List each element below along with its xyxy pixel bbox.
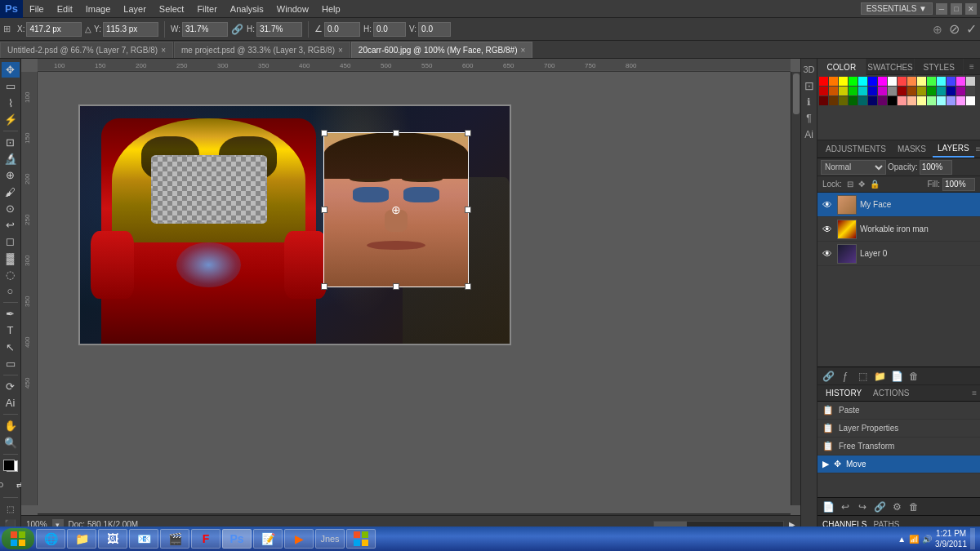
tab-20carr-close[interactable]: × [521, 46, 526, 55]
history-move[interactable]: ▶ ✥ Move [817, 455, 980, 473]
tab-untitled2[interactable]: Untitled-2.psd @ 66.7% (Layer 7, RGB/8) … [0, 42, 173, 58]
swatch-blue2[interactable] [947, 77, 956, 86]
history-layer-props[interactable]: 📋 Layer Properties [817, 420, 980, 438]
float-btn-2[interactable]: ⊡ [802, 78, 817, 93]
swatch-red2[interactable] [898, 77, 906, 86]
add-style-btn[interactable]: ƒ [838, 369, 853, 384]
swatch-darkgray[interactable] [966, 87, 975, 96]
canvas-area[interactable]: 100 150 200 250 300 350 400 450 500 550 … [21, 59, 800, 533]
float-btn-1[interactable]: 3D [802, 62, 817, 77]
commit-transform-icon[interactable]: ✓ [966, 21, 977, 37]
swatch-magenta2[interactable] [956, 77, 965, 86]
swatch-r3-3[interactable] [839, 96, 848, 105]
swatch-r3-12[interactable] [927, 96, 936, 105]
menu-filter[interactable]: Filter [190, 0, 223, 17]
swatch-gray2[interactable] [888, 87, 897, 96]
panel-menu-btn[interactable]: ≡ [964, 59, 980, 74]
layers-panel-menu[interactable]: ≡ [976, 144, 980, 153]
swatch-white[interactable] [888, 77, 897, 86]
zoom-tool[interactable]: 🔍 [2, 434, 20, 450]
restore-button[interactable]: □ [951, 3, 962, 15]
swatch-r3-5[interactable] [858, 96, 867, 105]
lock-checkerboard[interactable]: ⊟ [847, 180, 853, 189]
quick-mask-btn[interactable]: ⬚ [2, 501, 20, 517]
adjustments-tab[interactable]: ADJUSTMENTS [821, 141, 891, 158]
vskew-input[interactable] [418, 22, 451, 37]
swatch-yellow2[interactable] [917, 77, 926, 86]
cancel-transform-icon[interactable]: ⊘ [949, 21, 960, 37]
history-paste[interactable]: 📋 Paste [817, 402, 980, 420]
swatch-r3-13[interactable] [937, 96, 946, 105]
swatch-darkyellow2[interactable] [917, 87, 926, 96]
swatch-r3-14[interactable] [947, 96, 956, 105]
x-input[interactable] [26, 22, 82, 37]
history-free-transform[interactable]: 📋 Free Transform [817, 438, 980, 455]
v-scroll-thumb[interactable] [793, 73, 800, 114]
blur-tool[interactable]: ◌ [2, 267, 20, 282]
swatch-darkcyan[interactable] [858, 87, 867, 96]
essentials-button[interactable]: ESSENTIALS ▼ [861, 2, 933, 15]
layers-tab[interactable]: LAYERS [933, 141, 974, 158]
menu-edit[interactable]: Edit [51, 0, 79, 17]
swatch-red[interactable] [819, 77, 828, 86]
swatch-blue[interactable] [868, 77, 877, 86]
history-delete-btn[interactable]: 🗑 [906, 500, 921, 514]
gradient-tool[interactable]: ▓ [2, 250, 20, 265]
swatch-orange2[interactable] [907, 77, 916, 86]
taskbar-ie[interactable]: 🌐 [36, 529, 65, 549]
swatch-yellow[interactable] [839, 77, 848, 86]
swatch-darkorange[interactable] [829, 87, 838, 96]
taskbar-notepad[interactable]: 📝 [253, 529, 283, 549]
angle-input[interactable] [324, 22, 360, 37]
move-tool[interactable]: ✥ [2, 62, 20, 78]
lock-move[interactable]: ✥ [858, 180, 865, 189]
swatch-cyan[interactable] [858, 77, 867, 86]
h-input[interactable] [256, 22, 302, 37]
pen-tool[interactable]: ✒ [2, 306, 20, 322]
history-gear-btn[interactable]: ⚙ [889, 500, 904, 514]
swatch-r3-16[interactable] [966, 96, 975, 105]
swatch-darkgreen2[interactable] [927, 87, 936, 96]
new-layer-btn[interactable]: 📄 [889, 369, 904, 384]
color-tab[interactable]: COLOR [817, 59, 866, 75]
vertical-scrollbar[interactable] [791, 72, 800, 505]
swatches-tab[interactable]: SWATCHES [866, 59, 915, 75]
default-colors-btn[interactable]: D [0, 476, 10, 494]
history-tab[interactable]: HISTORY [821, 385, 866, 402]
taskbar-photoshop[interactable]: Ps [222, 529, 252, 549]
canvas-viewport[interactable]: ⊕ [38, 72, 791, 505]
actions-tab[interactable]: ACTIONS [868, 385, 914, 402]
swatch-r3-1[interactable] [819, 96, 828, 105]
float-btn-3[interactable]: ℹ [802, 95, 817, 109]
swatch-cyan2[interactable] [937, 77, 946, 86]
menu-layer[interactable]: Layer [117, 0, 153, 17]
menu-image[interactable]: Image [79, 0, 118, 17]
close-button[interactable]: ✕ [965, 3, 977, 15]
add-mask-btn[interactable]: ⬚ [855, 369, 870, 384]
taskbar-flash[interactable]: F [191, 529, 220, 549]
swatch-darkred2[interactable] [898, 87, 906, 96]
taskbar-nes[interactable]: Jnes [315, 529, 345, 549]
fill-input[interactable] [942, 178, 975, 191]
swatch-darkblue[interactable] [868, 87, 877, 96]
layer-row-myface[interactable]: 👁 My Face [817, 193, 980, 217]
path-select-tool[interactable]: ↖ [2, 340, 20, 355]
menu-select[interactable]: Select [153, 0, 191, 17]
layer-row-ironman[interactable]: 👁 Workable iron man [817, 217, 980, 242]
history-forward-btn[interactable]: ↪ [855, 500, 870, 514]
swatch-darkgreen[interactable] [849, 87, 858, 96]
foreground-color-swatch[interactable] [3, 460, 15, 471]
styles-tab[interactable]: STYLES [915, 59, 964, 75]
swatch-magenta[interactable] [878, 77, 887, 86]
history-back-btn[interactable]: ↩ [838, 500, 853, 514]
sys-arrow[interactable]: ▲ [898, 535, 906, 544]
swatch-r3-4[interactable] [849, 96, 858, 105]
spot-heal-tool[interactable]: ⊕ [2, 167, 20, 183]
hskew-input[interactable] [373, 22, 406, 37]
color-swatches[interactable] [2, 458, 20, 473]
new-group-btn[interactable]: 📁 [872, 369, 887, 384]
swatch-r3-10[interactable] [907, 96, 916, 105]
show-desktop-btn[interactable] [970, 528, 975, 549]
taskbar-explorer[interactable]: 📁 [67, 529, 96, 549]
create-new-doc-btn[interactable]: 📄 [821, 500, 835, 514]
